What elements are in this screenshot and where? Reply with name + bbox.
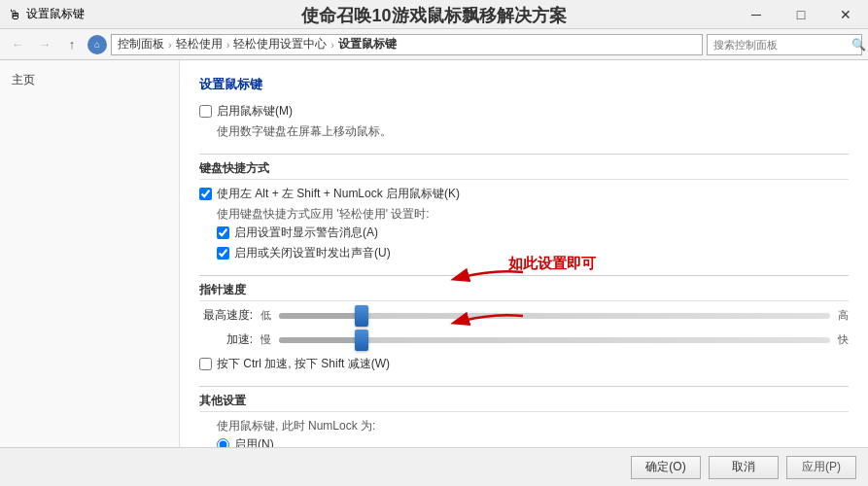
forward-button[interactable]: → xyxy=(33,33,56,56)
title-bar: 🖱 设置鼠标键 使命召唤10游戏鼠标飘移解决方案 ─ □ ✕ xyxy=(0,0,868,29)
cancel-button[interactable]: 取消 xyxy=(709,456,779,479)
mouse-keys-group: 启用鼠标键(M) 使用数字键盘在屏幕上移动鼠标。 xyxy=(199,103,849,140)
play-sound-checkbox[interactable] xyxy=(217,247,229,260)
window-title: 设置鼠标键 xyxy=(26,6,85,22)
ctrl-shift-label: 按下 Ctrl 加速, 按下 Shift 减速(W) xyxy=(217,356,390,372)
other-settings-group: 其他设置 使用鼠标键, 此时 NumLock 为: 启用(N) xyxy=(199,393,849,453)
ctrl-shift-row: 按下 Ctrl 加速, 按下 Shift 减速(W) xyxy=(199,356,849,372)
up-button[interactable]: ↑ xyxy=(60,33,84,56)
ctrl-shift-checkbox[interactable] xyxy=(199,358,212,370)
ok-button[interactable]: 确定(O) xyxy=(631,456,701,479)
use-alt-checkbox[interactable] xyxy=(199,188,212,200)
enable-mouse-keys-checkbox[interactable] xyxy=(199,105,212,118)
minimize-button[interactable]: ─ xyxy=(734,0,779,29)
sidebar: 主页 xyxy=(0,60,180,486)
use-alt-checkbox-row: 使用左 Alt + 左 Shift + NumLock 启用鼠标键(K) xyxy=(199,186,849,202)
window-icon: 🖱 xyxy=(8,7,21,22)
annotation-arrow-2 xyxy=(440,308,528,340)
search-input[interactable] xyxy=(713,39,848,51)
show-message-label: 启用设置时显示警告消息(A) xyxy=(234,225,378,241)
search-box[interactable]: 🔍 xyxy=(707,34,862,55)
use-alt-label: 使用左 Alt + 左 Shift + NumLock 启用鼠标键(K) xyxy=(217,186,460,202)
home-icon: ⌂ xyxy=(87,35,107,54)
speed-high-label: 高 xyxy=(838,308,849,323)
enable-mouse-keys-row: 启用鼠标键(M) xyxy=(199,103,849,120)
speed-slider-thumb[interactable] xyxy=(355,305,368,327)
path-part-1: 控制面板 xyxy=(118,36,164,52)
annotation-arrow xyxy=(440,264,528,296)
path-part-3: 轻松使用设置中心 xyxy=(233,36,327,52)
main-content: 主页 设置鼠标键 启用鼠标键(M) 使用数字键盘在屏幕上移动鼠标。 键盘快捷方式… xyxy=(0,60,868,486)
speed-low-label: 低 xyxy=(260,308,271,323)
bottom-bar: 确定(O) 取消 应用(P) xyxy=(0,447,868,486)
content-area: 设置鼠标键 启用鼠标键(M) 使用数字键盘在屏幕上移动鼠标。 键盘快捷方式 使用… xyxy=(180,60,868,486)
path-sep-3: › xyxy=(330,39,334,51)
keyboard-sub-text: 使用键盘快捷方式应用 '轻松使用' 设置时: xyxy=(217,206,849,223)
window-controls: ─ □ ✕ xyxy=(734,0,868,29)
accel-label: 加速: xyxy=(199,331,253,348)
mouse-keys-description: 使用数字键盘在屏幕上移动鼠标。 xyxy=(217,123,849,140)
overlay-title: 使命召唤10游戏鼠标飘移解决方案 xyxy=(301,4,566,27)
search-icon: 🔍 xyxy=(851,38,866,52)
keyboard-shortcut-group: 键盘快捷方式 使用左 Alt + 左 Shift + NumLock 启用鼠标键… xyxy=(199,160,849,261)
keyboard-shortcut-label: 键盘快捷方式 xyxy=(199,160,849,180)
play-sound-label: 启用或关闭设置时发出声音(U) xyxy=(234,245,391,261)
back-button[interactable]: ← xyxy=(6,33,29,56)
accel-slider-thumb[interactable] xyxy=(355,330,368,351)
divider-1 xyxy=(199,154,849,155)
enable-mouse-keys-label: 启用鼠标键(M) xyxy=(217,103,293,120)
numlock-label: 使用鼠标键, 此时 NumLock 为: xyxy=(217,418,849,434)
sidebar-item-home[interactable]: 主页 xyxy=(0,68,179,92)
path-sep-2: › xyxy=(226,39,230,51)
show-message-checkbox[interactable] xyxy=(217,226,229,239)
address-bar: ← → ↑ ⌂ 控制面板 › 轻松使用 › 轻松使用设置中心 › 设置鼠标键 🔍 xyxy=(0,29,868,60)
path-sep-1: › xyxy=(168,39,172,51)
accel-slider-fill xyxy=(279,337,362,343)
address-path[interactable]: 控制面板 › 轻松使用 › 轻松使用设置中心 › 设置鼠标键 xyxy=(111,34,703,55)
accel-slow-label: 慢 xyxy=(260,332,271,347)
divider-3 xyxy=(199,386,849,387)
path-part-2: 轻松使用 xyxy=(176,36,223,52)
close-button[interactable]: ✕ xyxy=(823,0,868,29)
accel-fast-label: 快 xyxy=(838,332,849,347)
pointer-speed-group: 指针速度 最高速度: 低 高 加速: 慢 快 xyxy=(199,282,849,372)
speed-slider-fill xyxy=(279,313,362,319)
accel-slider-track xyxy=(279,337,830,343)
show-message-row: 启用设置时显示警告消息(A) xyxy=(217,225,849,241)
maximize-button[interactable]: □ xyxy=(779,0,823,29)
speed-slider-track xyxy=(279,313,830,319)
path-part-4: 设置鼠标键 xyxy=(338,36,397,52)
max-speed-label: 最高速度: xyxy=(199,307,253,324)
page-title: 设置鼠标键 xyxy=(199,76,849,93)
apply-button[interactable]: 应用(P) xyxy=(786,456,856,479)
other-settings-label: 其他设置 xyxy=(199,393,849,412)
